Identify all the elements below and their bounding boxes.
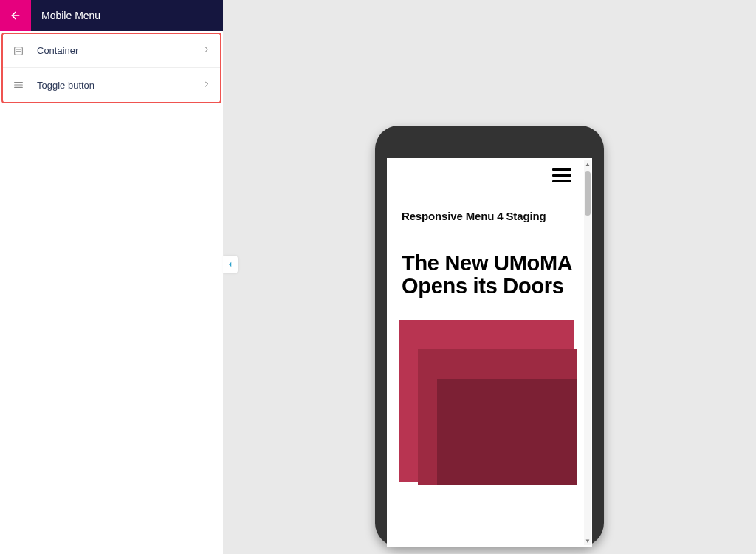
phone-screen: ▲ ▼ Responsive Menu 4 Staging The New UM… [387,158,592,547]
svg-rect-1 [15,47,23,55]
hamburger-icon [12,78,25,92]
back-button[interactable] [0,0,31,31]
option-label: Toggle button [37,80,202,91]
hero-graphic [399,320,574,482]
chevron-right-icon [202,80,211,91]
preview-area: ▲ ▼ Responsive Menu 4 Staging The New UM… [223,0,756,554]
options-list-highlight: Container Toggle button [1,33,221,103]
sidebar-title: Mobile Menu [31,10,100,21]
option-toggle-button[interactable]: Toggle button [3,68,220,102]
chevron-left-icon [227,261,234,268]
collapse-sidebar-handle[interactable] [223,256,238,273]
chevron-right-icon [202,45,211,56]
phone-frame: ▲ ▼ Responsive Menu 4 Staging The New UM… [375,126,604,547]
mobile-menu-toggle[interactable] [552,168,571,186]
phone-content: Responsive Menu 4 Staging The New UMoMA … [387,158,592,547]
container-icon [12,44,25,58]
sidebar-header: Mobile Menu [0,0,223,31]
hero-title: The New UMoMA Opens its Doors [402,252,577,298]
option-label: Container [37,45,202,56]
arrow-left-icon [10,10,21,21]
sidebar: Mobile Menu Container Toggle button [0,0,223,554]
site-tagline: Responsive Menu 4 Staging [402,210,577,224]
option-container[interactable]: Container [3,34,220,68]
